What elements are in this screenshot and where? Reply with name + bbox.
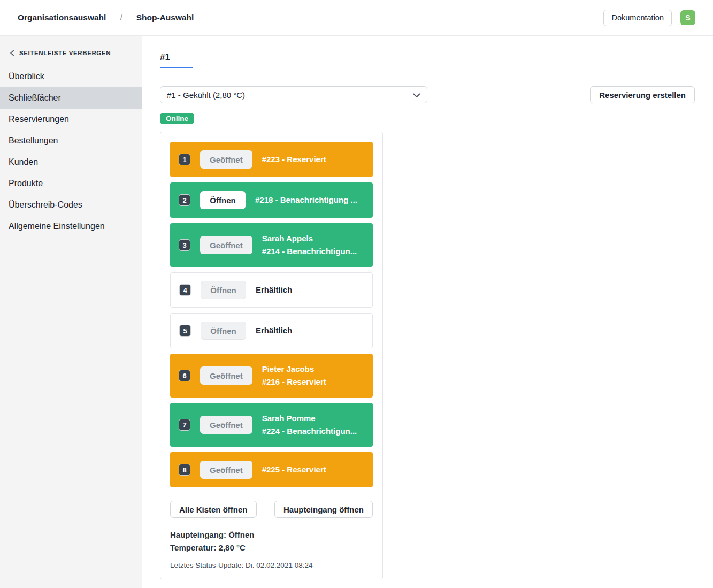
locker-number-badge: 1: [179, 154, 190, 165]
sidebar-item-label: Produkte: [9, 179, 43, 188]
locker-status-line: Erhältlich: [256, 284, 292, 296]
breadcrumb-organisationsauswahl[interactable]: Organisationsauswahl: [18, 13, 106, 22]
locker-action-button[interactable]: Geöffnet: [200, 236, 252, 254]
locker-status-line: Sarah Pomme: [262, 412, 357, 425]
locker-status-line: #214 - Benachrichtigun...: [262, 245, 357, 258]
locker-row-7: 7 Geöffnet Sarah Pomme#224 - Benachricht…: [170, 403, 373, 447]
breadcrumb-shop-auswahl[interactable]: Shop-Auswahl: [136, 13, 194, 22]
locker-action-button[interactable]: Öffnen: [201, 281, 246, 299]
sidebar-item-überschreib-codes[interactable]: Überschreib-Codes: [0, 194, 142, 216]
locker-status-line: #218 - Benachrichtigung ...: [255, 194, 357, 207]
sidebar-item-überblick[interactable]: Überblick: [0, 66, 142, 87]
locker-status-text: #225 - Reserviert: [262, 463, 326, 476]
locker-action-button[interactable]: Öffnen: [200, 191, 246, 209]
locker-status-text: Sarah Pomme#224 - Benachrichtigun...: [262, 412, 357, 438]
locker-number-badge: 2: [179, 194, 190, 206]
locker-number-badge: 7: [179, 419, 190, 431]
main-content: #1 #1 - Gekühlt (2,80 °C) Reservierung e…: [142, 36, 713, 588]
breadcrumb-separator: /: [120, 13, 122, 22]
locker-status-line: #216 - Reserviert: [262, 376, 326, 388]
locker-list: 1 Geöffnet #223 - Reserviert 2 Öffnen #2…: [170, 142, 373, 487]
sidebar-item-label: Bestellungen: [9, 136, 58, 146]
chevron-down-icon: [413, 90, 420, 100]
tab-active-underline: [160, 67, 193, 68]
sidebar-item-label: Schließfächer: [9, 93, 61, 103]
documentation-button[interactable]: Dokumentation: [603, 10, 672, 26]
locker-status-text: Erhältlich: [256, 284, 292, 296]
sidebar-item-schließfächer[interactable]: Schließfächer: [0, 87, 142, 109]
sidebar-item-allgemeine-einstellungen[interactable]: Allgemeine Einstellungen: [0, 216, 142, 237]
sidebar: SEITENLEISTE VERBERGEN Überblick Schließ…: [0, 36, 142, 588]
sidebar-item-bestellungen[interactable]: Bestellungen: [0, 130, 142, 151]
locker-number-badge: 3: [179, 239, 190, 251]
locker-number-badge: 4: [179, 284, 191, 296]
locker-action-button[interactable]: Öffnen: [201, 322, 246, 340]
locker-row-1: 1 Geöffnet #223 - Reserviert: [170, 142, 373, 177]
sidebar-item-label: Überblick: [9, 72, 44, 81]
breadcrumb: Organisationsauswahl / Shop-Auswahl: [18, 13, 194, 22]
locker-status-line: #223 - Reserviert: [262, 153, 326, 166]
locker-row-8: 8 Geöffnet #225 - Reserviert: [170, 452, 373, 487]
sidebar-item-label: Kunden: [9, 157, 38, 167]
user-avatar[interactable]: S: [680, 10, 695, 25]
temperature-status: Temperatur: 2,80 °C: [170, 541, 373, 554]
locker-select-value: #1 - Gekühlt (2,80 °C): [167, 90, 245, 100]
locker-row-4: 4 Öffnen Erhältlich: [170, 272, 373, 308]
locker-status-line: #224 - Benachrichtigun...: [262, 425, 357, 438]
sidebar-item-label: Allgemeine Einstellungen: [9, 222, 105, 231]
online-status-badge: Online: [160, 113, 194, 124]
locker-status-line: Sarah Appels: [262, 232, 357, 245]
locker-number-badge: 5: [179, 325, 191, 337]
locker-card: 1 Geöffnet #223 - Reserviert 2 Öffnen #2…: [160, 132, 383, 579]
locker-row-3: 3 Geöffnet Sarah Appels#214 - Benachrich…: [170, 223, 373, 267]
locker-row-6: 6 Geöffnet Pieter Jacobs#216 - Reservier…: [170, 354, 373, 398]
locker-status-line: Erhältlich: [256, 324, 292, 337]
card-actions: Alle Kisten öffnen Haupteingang öffnen: [170, 501, 373, 518]
locker-status-text: #223 - Reserviert: [262, 153, 326, 166]
device-status: Haupteingang: Öffnen Temperatur: 2,80 °C: [170, 529, 373, 554]
locker-status-text: Sarah Appels#214 - Benachrichtigun...: [262, 232, 357, 258]
open-all-boxes-button[interactable]: Alle Kisten öffnen: [170, 501, 257, 518]
hide-sidebar-button[interactable]: SEITENLEISTE VERBERGEN: [0, 43, 119, 62]
chevron-left-icon: [10, 50, 14, 56]
sidebar-item-produkte[interactable]: Produkte: [0, 173, 142, 194]
locker-status-line: Pieter Jacobs: [262, 363, 326, 376]
locker-status-text: Pieter Jacobs#216 - Reserviert: [262, 363, 326, 388]
open-main-entrance-button[interactable]: Haupteingang öffnen: [274, 501, 373, 518]
header-right: Dokumentation S: [603, 10, 695, 26]
create-reservation-button[interactable]: Reservierung erstellen: [590, 86, 695, 103]
locker-action-button[interactable]: Geöffnet: [200, 366, 252, 385]
locker-action-button[interactable]: Geöffnet: [200, 150, 252, 169]
hide-sidebar-label: SEITENLEISTE VERBERGEN: [19, 50, 111, 56]
sidebar-item-kunden[interactable]: Kunden: [0, 151, 142, 173]
tab-label: #1: [160, 52, 193, 63]
sidebar-item-label: Reservierungen: [9, 114, 69, 124]
locker-row-5: 5 Öffnen Erhältlich: [170, 313, 373, 348]
locker-select[interactable]: #1 - Gekühlt (2,80 °C): [160, 86, 427, 103]
locker-number-badge: 8: [179, 464, 190, 476]
locker-status-text: Erhältlich: [256, 324, 292, 337]
app-header: Organisationsauswahl / Shop-Auswahl Doku…: [0, 0, 713, 36]
sidebar-item-label: Überschreib-Codes: [9, 200, 82, 210]
locker-action-button[interactable]: Geöffnet: [200, 416, 252, 434]
locker-status-text: #218 - Benachrichtigung ...: [255, 194, 357, 207]
sidebar-nav: Überblick Schließfächer Reservierungen B…: [0, 66, 142, 237]
sidebar-item-reservierungen[interactable]: Reservierungen: [0, 109, 142, 130]
locker-status-line: #225 - Reserviert: [262, 463, 326, 476]
locker-row-2: 2 Öffnen #218 - Benachrichtigung ...: [170, 182, 373, 218]
last-status-update: Letztes Status-Update: Di. 02.02.2021 08…: [170, 561, 373, 569]
locker-action-button[interactable]: Geöffnet: [200, 461, 252, 479]
tab-locker-1[interactable]: #1: [160, 52, 193, 68]
main-entrance-status: Haupteingang: Öffnen: [170, 529, 373, 541]
locker-number-badge: 6: [179, 370, 190, 381]
controls-row: #1 - Gekühlt (2,80 °C) Reservierung erst…: [160, 86, 695, 103]
